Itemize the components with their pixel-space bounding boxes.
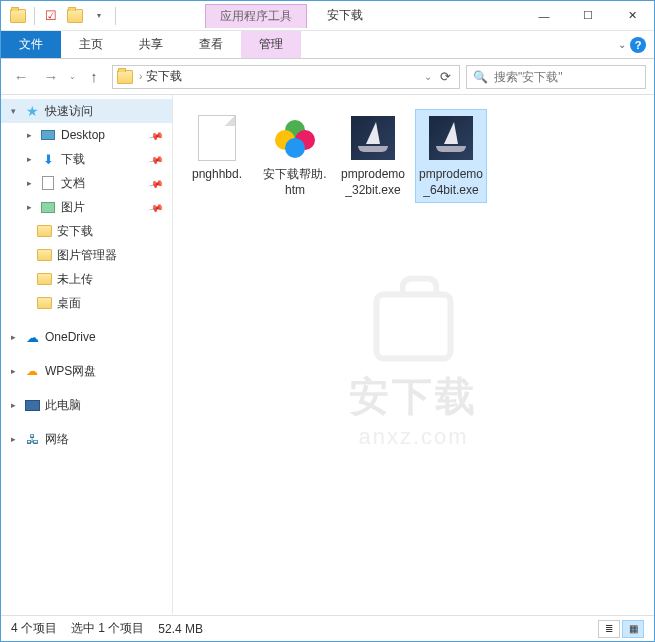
folder-icon[interactable] <box>7 5 29 27</box>
tree-item-desktop[interactable]: ▸ Desktop 📌 <box>1 123 172 147</box>
caret-down-icon[interactable]: ▾ <box>7 106 19 116</box>
caret-right-icon[interactable]: ▸ <box>7 332 19 342</box>
tab-manage[interactable]: 管理 <box>241 31 301 58</box>
tree-item-folder[interactable]: 图片管理器 <box>1 243 172 267</box>
file-name: pmprodemo_64bit.exe <box>418 166 484 198</box>
window-controls: — ☐ ✕ <box>522 1 654 30</box>
properties-icon[interactable]: ☑ <box>40 5 62 27</box>
tree-item-folder[interactable]: 安下载 <box>1 219 172 243</box>
qat-dropdown-icon[interactable]: ▾ <box>88 5 110 27</box>
pin-icon: 📌 <box>148 127 164 143</box>
tree-item-folder[interactable]: 桌面 <box>1 291 172 315</box>
forward-button[interactable]: → <box>39 65 63 89</box>
folder-icon-2[interactable] <box>64 5 86 27</box>
caret-right-icon[interactable]: ▸ <box>23 178 35 188</box>
caret-right-icon[interactable]: ▸ <box>7 400 19 410</box>
status-size: 52.4 MB <box>158 622 203 636</box>
tree-wps[interactable]: ▸ ☁ WPS网盘 <box>1 359 172 383</box>
computer-icon <box>23 397 41 413</box>
back-button[interactable]: ← <box>9 65 33 89</box>
pin-icon: 📌 <box>148 151 164 167</box>
tab-home[interactable]: 主页 <box>61 31 121 58</box>
maximize-button[interactable]: ☐ <box>566 1 610 30</box>
onedrive-icon: ☁ <box>23 329 41 345</box>
pin-icon: 📌 <box>148 199 164 215</box>
file-thumb-htm <box>271 114 319 162</box>
tree-label: 图片管理器 <box>57 247 117 264</box>
history-dropdown-icon[interactable]: ⌄ <box>69 72 76 81</box>
status-item-count: 4 个项目 <box>11 620 57 637</box>
view-switcher: ≣ ▦ <box>598 620 644 638</box>
file-thumb-exe <box>349 114 397 162</box>
tree-item-documents[interactable]: ▸ 文档 📌 <box>1 171 172 195</box>
details-view-button[interactable]: ≣ <box>598 620 620 638</box>
search-icon: 🔍 <box>473 70 488 84</box>
caret-right-icon[interactable]: ▸ <box>7 434 19 444</box>
breadcrumb-location[interactable]: 安下载 <box>146 68 182 85</box>
tab-view[interactable]: 查看 <box>181 31 241 58</box>
file-item-selected[interactable]: pmprodemo_64bit.exe <box>415 109 487 203</box>
tab-file[interactable]: 文件 <box>1 31 61 58</box>
address-bar[interactable]: › 安下载 ⌄ ⟳ <box>112 65 460 89</box>
tree-label: 安下载 <box>57 223 93 240</box>
tree-item-folder[interactable]: 未上传 <box>1 267 172 291</box>
tree-item-pictures[interactable]: ▸ 图片 📌 <box>1 195 172 219</box>
network-icon: 🖧 <box>23 431 41 447</box>
window-title: 安下载 <box>327 7 522 24</box>
tab-share[interactable]: 共享 <box>121 31 181 58</box>
file-name: pnghhbd. <box>192 166 242 182</box>
qat-separator-2 <box>115 7 116 25</box>
ribbon-expand-icon[interactable]: ⌄ <box>618 39 626 50</box>
watermark-text2: anxz.com <box>349 424 478 450</box>
up-button[interactable]: ↑ <box>82 65 106 89</box>
tree-onedrive[interactable]: ▸ ☁ OneDrive <box>1 325 172 349</box>
tree-label: 快速访问 <box>45 103 93 120</box>
navigation-bar: ← → ⌄ ↑ › 安下载 ⌄ ⟳ 🔍 <box>1 59 654 95</box>
file-name: pmprodemo_32bit.exe <box>340 166 406 198</box>
tree-label: 桌面 <box>57 295 81 312</box>
file-item[interactable]: 安下载帮助.htm <box>259 109 331 203</box>
tree-label: Desktop <box>61 128 105 142</box>
search-box[interactable]: 🔍 <box>466 65 646 89</box>
caret-right-icon[interactable]: ▸ <box>23 130 35 140</box>
folder-icon <box>35 295 53 311</box>
icons-view-button[interactable]: ▦ <box>622 620 644 638</box>
caret-right-icon[interactable]: ▸ <box>23 202 35 212</box>
pictures-icon <box>39 199 57 215</box>
watermark: 安下载 anxz.com <box>349 291 478 450</box>
navigation-pane[interactable]: ▾ ★ 快速访问 ▸ Desktop 📌 ▸ ⬇ 下载 📌 ▸ 文档 📌 ▸ 图… <box>1 95 173 614</box>
tree-label: 网络 <box>45 431 69 448</box>
caret-right-icon[interactable]: ▸ <box>23 154 35 164</box>
pin-icon: 📌 <box>148 175 164 191</box>
tree-quick-access[interactable]: ▾ ★ 快速访问 <box>1 99 172 123</box>
ribbon-tabs: 文件 主页 共享 查看 管理 ⌄ ? <box>1 31 654 59</box>
ribbon-right: ⌄ ? <box>618 31 654 58</box>
caret-right-icon[interactable]: ▸ <box>7 366 19 376</box>
file-name: 安下载帮助.htm <box>262 166 328 198</box>
file-thumb-blank <box>193 114 241 162</box>
file-list[interactable]: pnghhbd. 安下载帮助.htm pmprodemo_32bit.exe p… <box>173 95 654 614</box>
help-icon[interactable]: ? <box>630 37 646 53</box>
close-button[interactable]: ✕ <box>610 1 654 30</box>
status-selection: 选中 1 个项目 <box>71 620 144 637</box>
tree-thispc[interactable]: ▸ 此电脑 <box>1 393 172 417</box>
folder-icon <box>35 247 53 263</box>
tree-label: 图片 <box>61 199 85 216</box>
folder-icon <box>35 223 53 239</box>
desktop-icon <box>39 127 57 143</box>
tree-label: 下载 <box>61 151 85 168</box>
breadcrumb-separator: › <box>139 71 142 82</box>
tree-item-downloads[interactable]: ▸ ⬇ 下载 📌 <box>1 147 172 171</box>
file-item[interactable]: pnghhbd. <box>181 109 253 187</box>
watermark-text1: 安下载 <box>349 369 478 424</box>
minimize-button[interactable]: — <box>522 1 566 30</box>
file-item[interactable]: pmprodemo_32bit.exe <box>337 109 409 203</box>
tree-network[interactable]: ▸ 🖧 网络 <box>1 427 172 451</box>
title-bar: ☑ ▾ 应用程序工具 安下载 — ☐ ✕ <box>1 1 654 31</box>
quick-access-toolbar: ☑ ▾ <box>1 5 125 27</box>
address-dropdown-icon[interactable]: ⌄ <box>424 71 432 82</box>
refresh-icon[interactable]: ⟳ <box>440 69 451 84</box>
tree-label: 未上传 <box>57 271 93 288</box>
qat-separator <box>34 7 35 25</box>
search-input[interactable] <box>494 70 644 84</box>
